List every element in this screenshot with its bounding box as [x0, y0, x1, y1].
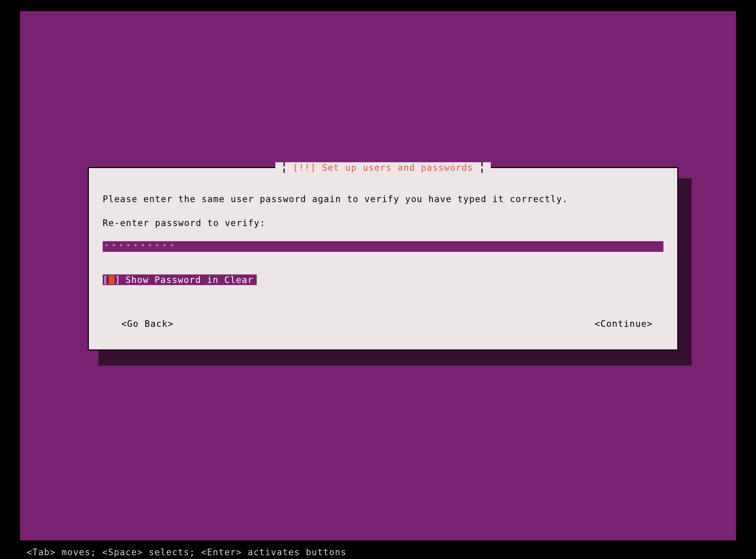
password-fill-underline: ________________________________________… — [177, 242, 663, 251]
go-back-button[interactable]: <Go Back> — [103, 319, 174, 328]
password-field-label: Re-enter password to verify: — [103, 219, 265, 227]
title-border-left — [281, 162, 287, 173]
checkbox-right-bracket: ] — [115, 275, 121, 284]
password-input[interactable]: ********** _____________________________… — [103, 241, 663, 252]
dialog-button-row: <Go Back> <Continue> — [103, 319, 663, 328]
keyboard-hint-bar: <Tab> moves; <Space> selects; <Enter> ac… — [27, 547, 347, 557]
checkbox-left-bracket: [ — [103, 275, 109, 284]
dialog-title: [!!] Set up users and passwords — [293, 163, 473, 172]
checkbox-label: Show Password in Clear — [121, 275, 253, 284]
dialog-title-bar: [!!] Set up users and passwords — [275, 162, 491, 173]
checkbox-cursor — [109, 275, 114, 284]
show-password-checkbox[interactable]: [ ] Show Password in Clear — [103, 274, 257, 285]
password-masked-value: ********** — [103, 243, 177, 252]
password-verify-dialog: [!!] Set up users and passwords Please e… — [88, 167, 678, 351]
instruction-text: Please enter the same user password agai… — [103, 195, 663, 203]
title-border-right — [479, 162, 485, 173]
continue-button[interactable]: <Continue> — [595, 319, 663, 328]
